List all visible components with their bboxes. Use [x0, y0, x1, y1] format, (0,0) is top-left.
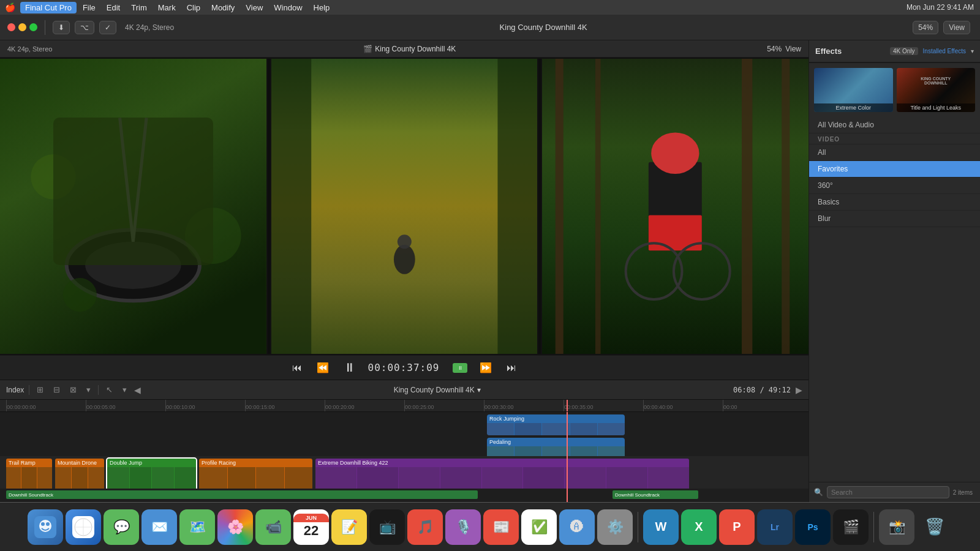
dock-excel[interactable]: X: [681, 509, 717, 545]
effects-count: 2 items: [953, 489, 973, 496]
double-jump-frames: [107, 467, 196, 490]
dock-messages[interactable]: 💬: [104, 509, 139, 545]
effect-thumb-extreme-color[interactable]: Extreme Color: [814, 68, 893, 112]
effect-thumb-title-light-leaks[interactable]: KING COUNTYDOWNHILL Title and Light Leak…: [897, 68, 976, 112]
svg-point-27: [46, 522, 50, 526]
tl-clip-opts-btn[interactable]: ▾: [84, 384, 93, 395]
clip-mountain-drone[interactable]: Mountain Drone: [55, 459, 104, 490]
dock-settings[interactable]: ⚙️: [597, 509, 633, 545]
tl-tool-opts[interactable]: ▾: [120, 384, 129, 395]
dock-podcasts[interactable]: 🎙️: [445, 509, 481, 545]
dock-calendar[interactable]: JUN 22: [293, 509, 329, 545]
audio-track-playhead: [567, 489, 568, 502]
video-spacer-2: [538, 59, 541, 354]
pause-btn[interactable]: ⏸: [341, 358, 358, 377]
timeline-index-label[interactable]: Index: [6, 386, 24, 394]
video-panel-left[interactable]: [0, 59, 266, 354]
view-button[interactable]: View: [943, 21, 970, 34]
viewer-view-btn[interactable]: View: [785, 45, 801, 53]
menu-window[interactable]: Window: [269, 2, 307, 13]
connected-clip-rock-jumping[interactable]: Rock Jumping: [487, 414, 625, 435]
effects-cat-blur[interactable]: Blur: [809, 211, 980, 227]
dock-finalcutpro[interactable]: 🎬: [833, 509, 869, 545]
tl-project-name: King County Downhill 4K: [394, 386, 475, 394]
tl-dropdown-icon[interactable]: ▾: [477, 386, 481, 394]
menu-help[interactable]: Help: [309, 2, 335, 13]
tl-prev-btn[interactable]: ◀: [134, 385, 141, 395]
menu-view[interactable]: View: [241, 2, 268, 13]
project-title: King County Downhill 4K: [500, 23, 587, 32]
video-panel-right[interactable]: [542, 59, 809, 354]
connected-clips: Rock Jumping Pedaling: [0, 412, 809, 456]
toolbar-clip-btn[interactable]: ⬇: [53, 21, 70, 34]
maximize-button[interactable]: [29, 23, 37, 31]
menu-edit[interactable]: Edit: [102, 2, 125, 13]
fast-forward-btn[interactable]: ⏩: [477, 359, 494, 376]
zoom-level[interactable]: 54%: [913, 21, 938, 34]
dock-finder[interactable]: [28, 509, 63, 545]
effects-cat-basics[interactable]: Basics: [809, 194, 980, 211]
clip-trail-ramp[interactable]: Trail Ramp: [6, 459, 52, 490]
dock-news[interactable]: 📰: [483, 509, 519, 545]
search-icon: 🔍: [814, 488, 823, 497]
dock-trash[interactable]: 🗑️: [917, 509, 952, 545]
menu-modify[interactable]: Modify: [206, 2, 239, 13]
ruler-tick-1: 00:00:05:00: [86, 400, 165, 412]
effects-search-input[interactable]: [827, 486, 949, 498]
effects-chevron-icon[interactable]: ▾: [971, 48, 974, 54]
clip-profile-racing[interactable]: Profile Racing: [199, 459, 312, 490]
dock-appletv[interactable]: 📺: [369, 509, 405, 545]
installed-effects-label[interactable]: Installed Effects: [923, 48, 966, 54]
tl-clip-appearance-btn[interactable]: ⊞: [34, 384, 46, 395]
dock-facetime[interactable]: 📹: [255, 509, 291, 545]
ruler-tick-4: 00:00:20:00: [325, 400, 404, 412]
close-button[interactable]: [7, 23, 15, 31]
svg-point-12: [394, 245, 415, 274]
dock-music[interactable]: 🎵: [407, 509, 443, 545]
dock-capture[interactable]: 📸: [879, 509, 914, 545]
clip-double-jump[interactable]: Double Jump: [107, 459, 196, 490]
dock-photos[interactable]: 🌸: [217, 509, 253, 545]
toolbar-option-btn[interactable]: ⌥: [75, 21, 94, 34]
effects-cat-360[interactable]: 360°: [809, 178, 980, 194]
video-panel-center[interactable]: [271, 59, 538, 354]
prev-frame-btn[interactable]: ⏮: [290, 360, 304, 376]
left-pane: 4K 24p, Stereo 🎬 King County Downhill 4K…: [0, 40, 809, 502]
dock-appstore[interactable]: 🅐: [559, 509, 595, 545]
dock-word[interactable]: W: [643, 509, 679, 545]
menu-clip[interactable]: Clip: [182, 2, 205, 13]
dock-photoshop[interactable]: Ps: [795, 509, 831, 545]
timeline-area: Index ⊞ ⊟ ⊠ ▾ ↖ ▾ ◀ King County Downhill…: [0, 380, 809, 502]
menu-file[interactable]: File: [78, 2, 100, 13]
menu-mark[interactable]: Mark: [153, 2, 181, 13]
dock-notes[interactable]: 📝: [331, 509, 367, 545]
audio-clip-1[interactable]: Downhill Soundtrack: [6, 490, 478, 499]
svg-point-13: [398, 234, 412, 249]
dock-lightroom[interactable]: Lr: [757, 509, 793, 545]
video-spacer-1: [268, 59, 270, 354]
ruler-tick-5: 00:00:25:00: [404, 400, 484, 412]
effects-4k-badge[interactable]: 4K Only: [890, 47, 918, 55]
apple-logo[interactable]: 🍎: [5, 2, 15, 12]
viewer-zoom[interactable]: 54%: [767, 45, 782, 53]
effects-cat-all[interactable]: All: [809, 144, 980, 161]
tl-tool-arrow[interactable]: ↖: [104, 384, 115, 395]
effects-cat-all-video-audio[interactable]: All Video & Audio: [809, 117, 980, 133]
clip-extreme-downhill[interactable]: Extreme Downhill Biking 422: [315, 459, 689, 490]
dock-powerpoint[interactable]: P: [719, 509, 755, 545]
dock-safari[interactable]: [66, 509, 101, 545]
tl-next-btn[interactable]: ▶: [796, 385, 802, 395]
next-frame-btn[interactable]: ⏭: [504, 360, 519, 376]
menu-finalcutpro[interactable]: Final Cut Pro: [20, 2, 77, 13]
tl-clip-height-btn[interactable]: ⊟: [51, 384, 62, 395]
dock-reminders[interactable]: ✅: [521, 509, 557, 545]
dock-mail[interactable]: ✉️: [141, 509, 177, 545]
dock-maps[interactable]: 🗺️: [179, 509, 215, 545]
minimize-button[interactable]: [18, 23, 26, 31]
rewind-btn[interactable]: ⏪: [314, 359, 331, 376]
menu-trim[interactable]: Trim: [126, 2, 152, 13]
toolbar-check-btn[interactable]: ✓: [99, 21, 116, 34]
tl-clip-view-btn[interactable]: ⊠: [67, 384, 79, 395]
effects-cat-favorites[interactable]: Favorites: [809, 161, 980, 178]
audio-clip-2[interactable]: Downhill Soundtrack: [612, 490, 698, 499]
